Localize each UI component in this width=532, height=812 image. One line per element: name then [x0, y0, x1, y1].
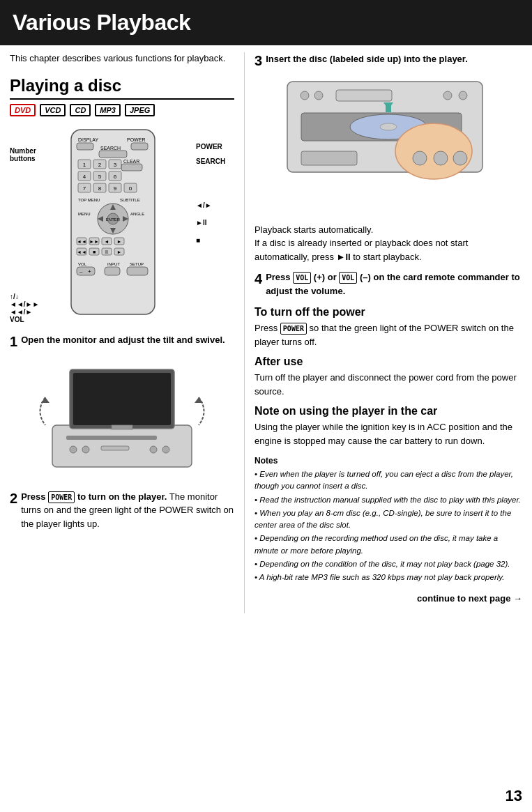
notes-list: Even when the player is turned off, you …: [254, 468, 522, 583]
label-vol: VOL: [10, 316, 52, 323]
page-header: Various Playback: [0, 0, 532, 45]
svg-point-90: [453, 151, 467, 165]
svg-text:7: 7: [83, 185, 86, 192]
page-number: 13: [506, 787, 522, 805]
monitor-diagram: [10, 355, 234, 483]
svg-text:3: 3: [114, 162, 117, 168]
step-1: 1 Open the monitor and adjust the tilt a…: [10, 333, 234, 347]
power-icon-turnoff: POWER: [280, 323, 307, 335]
svg-text:POWER: POWER: [127, 137, 145, 142]
note-item-3: When you play an 8-cm disc (e.g., CD-sin…: [254, 507, 522, 532]
step-4: 4 Press VOL (+) or VOL (–) on the card r…: [254, 270, 522, 298]
svg-text:5: 5: [98, 174, 102, 180]
note-car-text: Using the player while the ignition key …: [254, 420, 522, 447]
step-1-text: Open the monitor and adjust the tilt and…: [21, 333, 234, 347]
svg-text:SETUP: SETUP: [130, 262, 144, 266]
svg-point-71: [162, 446, 169, 453]
svg-text:CLEAR: CLEAR: [123, 159, 139, 164]
svg-text:ENTER: ENTER: [106, 217, 121, 222]
continue-link: continue to next page →: [254, 593, 522, 604]
svg-text:II: II: [105, 250, 108, 254]
svg-rect-66: [66, 436, 157, 440]
label-arrows-lr2: ◄◄/►: [10, 308, 52, 316]
step-2-text: Press POWER to turn on the player. The m…: [21, 490, 234, 531]
svg-rect-87: [301, 151, 357, 165]
svg-text:◄: ◄: [105, 239, 109, 244]
svg-rect-8: [121, 164, 142, 171]
svg-text:MENU: MENU: [78, 212, 91, 216]
note-item-1: Even when the player is turned off, you …: [254, 468, 522, 493]
remote-diagram-area: Numberbuttons ↑/↓ ◄◄/►► ◄◄/► VOL DISPLAY…: [10, 126, 234, 323]
page-title: Various Playback: [13, 10, 519, 36]
label-prev-next: ◄/►: [196, 201, 234, 209]
turn-off-heading: To turn off the power: [254, 306, 522, 319]
svg-text:DISPLAY: DISPLAY: [78, 137, 98, 142]
svg-rect-92: [386, 102, 391, 112]
step-3b-text: Playback starts automatically. If a disc…: [254, 223, 522, 264]
svg-text:►►: ►►: [89, 239, 99, 244]
svg-text:6: 6: [114, 174, 117, 180]
disc-types-bar: DVD VCD CD MP3 JPEG: [10, 104, 234, 116]
svg-point-85: [380, 123, 397, 130]
step-1-number: 1: [10, 333, 17, 350]
svg-rect-80: [336, 90, 392, 101]
svg-point-70: [150, 446, 157, 453]
svg-text:INPUT: INPUT: [107, 262, 120, 266]
vol-icon-1: VOL: [293, 272, 311, 284]
step-4-number: 4: [254, 270, 262, 287]
svg-text:◄◄: ◄◄: [77, 239, 86, 244]
svg-point-68: [82, 446, 89, 453]
step-3-text-content: Insert the disc (labeled side up) into t…: [266, 54, 468, 64]
svg-text:VOL: VOL: [78, 262, 87, 266]
chapter-intro: This chapter describes various functions…: [10, 52, 234, 65]
step-2-number: 2: [10, 490, 17, 507]
step-3-text: Insert the disc (labeled side up) into t…: [266, 52, 522, 66]
svg-rect-4: [131, 143, 148, 150]
svg-text:2: 2: [98, 162, 102, 168]
svg-point-88: [413, 151, 427, 165]
svg-text:8: 8: [98, 185, 102, 192]
svg-rect-69: [101, 446, 129, 450]
svg-point-78: [301, 91, 309, 100]
svg-text:SEARCH: SEARCH: [100, 146, 121, 151]
after-use-heading: After use: [254, 355, 522, 368]
step-3: 3 Insert the disc (labeled side up) into…: [254, 52, 522, 66]
svg-text:TOP MENU: TOP MENU: [78, 198, 100, 202]
remote-svg-container: DISPLAY POWER SEARCH CLEAR: [57, 126, 190, 323]
label-arrows-ud: ↑/↓: [10, 293, 52, 300]
note-item-5: Depending on the condition of the disc, …: [254, 558, 522, 570]
svg-text:–: –: [79, 268, 83, 275]
svg-text:◄◄: ◄◄: [77, 250, 86, 254]
after-use-text: Turn off the player and disconnect the p…: [254, 371, 522, 398]
svg-marker-76: [195, 397, 203, 403]
step-1-text-content: Open the monitor and adjust the tilt and…: [21, 335, 225, 345]
svg-rect-6: [99, 151, 127, 158]
label-stop: ■: [196, 236, 234, 244]
disc-insert-diagram: [254, 75, 522, 216]
svg-rect-3: [77, 143, 93, 150]
svg-point-89: [434, 151, 448, 165]
svg-text:SUBTITLE: SUBTITLE: [120, 198, 140, 202]
svg-rect-73: [73, 373, 171, 425]
note-item-4: Depending on the recording method used o…: [254, 533, 522, 557]
svg-text:0: 0: [129, 185, 132, 192]
svg-text:►: ►: [117, 250, 122, 254]
vol-icon-2: VOL: [339, 272, 357, 284]
svg-point-67: [70, 446, 77, 453]
label-power: POWER: [196, 143, 234, 151]
label-number-buttons: Numberbuttons: [10, 147, 52, 162]
step-4-text: Press VOL (+) or VOL (–) on the card rem…: [266, 270, 522, 298]
label-search: SEARCH: [196, 158, 234, 165]
svg-marker-75: [41, 397, 50, 403]
notes-heading: Notes: [254, 456, 522, 466]
remote-right-labels: POWER SEARCH ◄/► ►II ■: [196, 126, 234, 323]
note-car-heading: Note on using the player in the car: [254, 405, 522, 418]
step-3-number: 3: [254, 52, 262, 69]
svg-text:■: ■: [93, 250, 96, 254]
svg-text:ANGLE: ANGLE: [130, 212, 144, 216]
disc-badge-jpeg: JPEG: [125, 104, 155, 116]
disc-badge-mp3: MP3: [95, 104, 121, 116]
step-2: 2 Press POWER to turn on the player. The…: [10, 490, 234, 531]
svg-text:►: ►: [117, 239, 122, 244]
note-item-2: Read the instruction manual supplied wit…: [254, 494, 522, 506]
